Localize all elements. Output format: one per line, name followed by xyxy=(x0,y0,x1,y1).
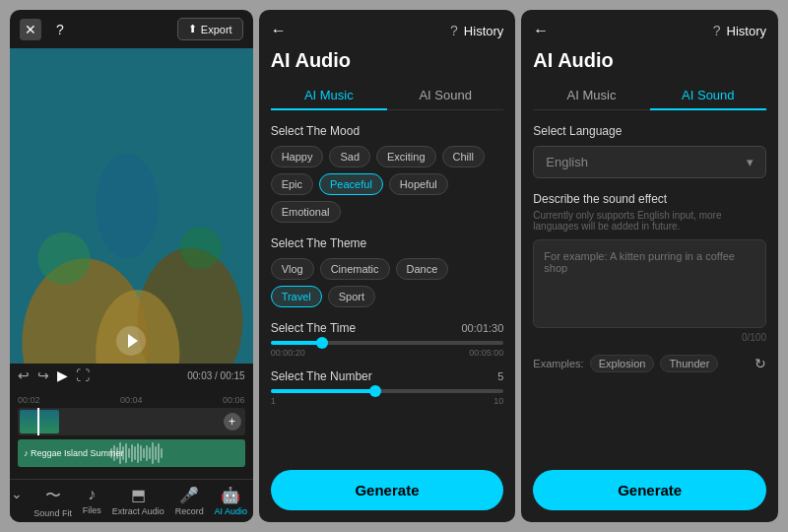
export-label: Export xyxy=(201,24,232,35)
bottom-toolbar: ⌄ 〜 Sound Fit ♪ Files ⬒ Extract Audio 🎤 … xyxy=(10,479,253,522)
time-slider-track[interactable] xyxy=(271,341,504,345)
tab-ai-sound-3[interactable]: AI Sound xyxy=(650,82,766,110)
tab-ai-sound[interactable]: AI Sound xyxy=(387,82,503,110)
mood-sad[interactable]: Sad xyxy=(329,146,370,167)
time-label: Select The Time xyxy=(271,321,356,335)
toolbar-item-extract[interactable]: ⬒ Extract Audio xyxy=(108,486,168,518)
theme-chips: Vlog Cinematic Dance Travel Sport xyxy=(271,258,504,307)
theme-sport[interactable]: Sport xyxy=(328,286,375,307)
help-icon-3[interactable]: ? xyxy=(713,23,721,38)
mood-emotional[interactable]: Emotional xyxy=(271,201,341,223)
mood-epic[interactable]: Epic xyxy=(271,173,313,195)
video-track[interactable]: + xyxy=(18,408,245,435)
number-slider-track[interactable] xyxy=(271,389,504,393)
language-select[interactable]: English ▾ xyxy=(533,146,766,178)
sound-fit-icon: 〜 xyxy=(45,486,61,506)
toolbar-item-sound-fit[interactable]: 〜 Sound Fit xyxy=(30,486,76,518)
video-editor-panel: ✕ ? ⬆ Export xyxy=(10,10,253,522)
panel2-header: ← ? History xyxy=(271,22,504,39)
theme-cinematic[interactable]: Cinematic xyxy=(320,258,390,280)
back-button-2[interactable]: ← xyxy=(271,22,287,39)
theme-travel[interactable]: Travel xyxy=(271,286,322,307)
toolbar-label-record: Record xyxy=(175,506,204,516)
number-slider-thumb[interactable] xyxy=(369,385,381,397)
describe-textarea[interactable] xyxy=(533,239,766,328)
header-left-icons: ✕ ? xyxy=(20,19,71,40)
panel3-title: AI Audio xyxy=(533,49,766,72)
files-icon: ♪ xyxy=(88,486,96,503)
time-max-label: 00:05:00 xyxy=(469,348,503,358)
panel3-header-right: ? History xyxy=(713,23,766,38)
ruler-mark-1: 00:02 xyxy=(18,395,40,405)
describe-label: Describe the sound effect xyxy=(533,192,766,206)
number-range-labels: 1 10 xyxy=(271,396,504,406)
char-count: 0/100 xyxy=(533,332,766,343)
ai-music-panel: ← ? History AI Audio AI Music AI Sound S… xyxy=(259,10,516,522)
mood-hopeful[interactable]: Hopeful xyxy=(389,173,448,195)
number-max-label: 10 xyxy=(493,396,503,406)
describe-sublabel: Currently only supports English input, m… xyxy=(533,210,766,232)
mood-happy[interactable]: Happy xyxy=(271,146,324,167)
help-icon-2[interactable]: ? xyxy=(450,23,458,38)
example-thunder[interactable]: Thunder xyxy=(660,355,718,372)
extract-audio-icon: ⬒ xyxy=(131,486,146,504)
video-preview xyxy=(10,48,253,364)
add-track-button[interactable]: + xyxy=(224,413,241,431)
ai-audio-icon: 🤖 xyxy=(221,486,240,504)
redo-button[interactable]: ↪ xyxy=(37,367,49,383)
ruler-mark-2: 00:04 xyxy=(120,395,143,405)
tab-ai-music[interactable]: AI Music xyxy=(271,82,387,110)
export-button[interactable]: ⬆ Export xyxy=(177,18,243,40)
time-value: 00:01:30 xyxy=(461,322,503,334)
record-icon: 🎤 xyxy=(179,486,199,504)
playhead[interactable] xyxy=(37,408,39,435)
toolbar-item-files[interactable]: ♪ Files xyxy=(79,486,105,518)
play-pause-button[interactable]: ▶ xyxy=(57,367,68,383)
ruler-mark-3: 00:06 xyxy=(223,395,245,405)
audio-track[interactable]: ♪ Reggae Island Summer xyxy=(18,439,245,467)
mood-section-label: Select The Mood xyxy=(271,124,504,138)
playback-controls: ↩ ↪ ▶ ⛶ xyxy=(18,367,90,383)
mood-chips: Happy Sad Exciting Chill Epic Peaceful H… xyxy=(271,146,504,223)
time-slider-thumb[interactable] xyxy=(316,337,328,349)
timeline-ruler: 00:02 00:04 00:06 xyxy=(18,395,245,405)
examples-row: Examples: Explosion Thunder ↻ xyxy=(533,355,766,372)
video-thumbnail xyxy=(10,48,253,364)
time-slider-fill xyxy=(271,341,322,345)
back-button-3[interactable]: ← xyxy=(533,22,549,39)
play-button[interactable] xyxy=(116,326,146,356)
chevron-down-icon[interactable]: ⌄ xyxy=(11,486,23,518)
refresh-icon[interactable]: ↻ xyxy=(755,356,766,371)
mood-peaceful[interactable]: Peaceful xyxy=(319,173,383,195)
toolbar-item-ai-audio[interactable]: 🤖 AI Audio xyxy=(211,486,252,518)
undo-button[interactable]: ↩ xyxy=(18,367,30,383)
example-explosion[interactable]: Explosion xyxy=(590,355,655,372)
fullscreen-button[interactable]: ⛶ xyxy=(76,367,90,383)
examples-label: Examples: xyxy=(533,358,583,369)
video-thumbnail-strip xyxy=(20,410,59,433)
svg-point-4 xyxy=(37,233,90,285)
time-slider-header: Select The Time 00:01:30 xyxy=(271,321,504,335)
svg-point-5 xyxy=(179,227,222,269)
tab-ai-music-3[interactable]: AI Music xyxy=(533,82,649,110)
language-value: English xyxy=(546,155,588,169)
toolbar-item-record[interactable]: 🎤 Record xyxy=(171,486,208,518)
time-range-labels: 00:00:20 00:05:00 xyxy=(271,348,504,358)
panel3-header: ← ? History xyxy=(533,22,766,39)
toolbar-label-ai-audio: AI Audio xyxy=(215,506,248,516)
mood-chill[interactable]: Chill xyxy=(442,146,485,167)
number-slider-fill xyxy=(271,389,376,393)
generate-button-2[interactable]: Generate xyxy=(271,470,504,510)
generate-button-3[interactable]: Generate xyxy=(533,470,766,510)
help-button[interactable]: ? xyxy=(49,19,71,40)
history-label-2[interactable]: History xyxy=(464,24,503,38)
panel3-tabs: AI Music AI Sound xyxy=(533,82,766,110)
theme-section-label: Select The Theme xyxy=(271,236,504,250)
time-min-label: 00:00:20 xyxy=(271,348,305,358)
mood-exciting[interactable]: Exciting xyxy=(376,146,436,167)
theme-vlog[interactable]: Vlog xyxy=(271,258,314,280)
close-button[interactable]: ✕ xyxy=(20,19,41,40)
history-label-3[interactable]: History xyxy=(727,24,766,38)
theme-dance[interactable]: Dance xyxy=(396,258,449,280)
thumb-image xyxy=(20,410,59,433)
